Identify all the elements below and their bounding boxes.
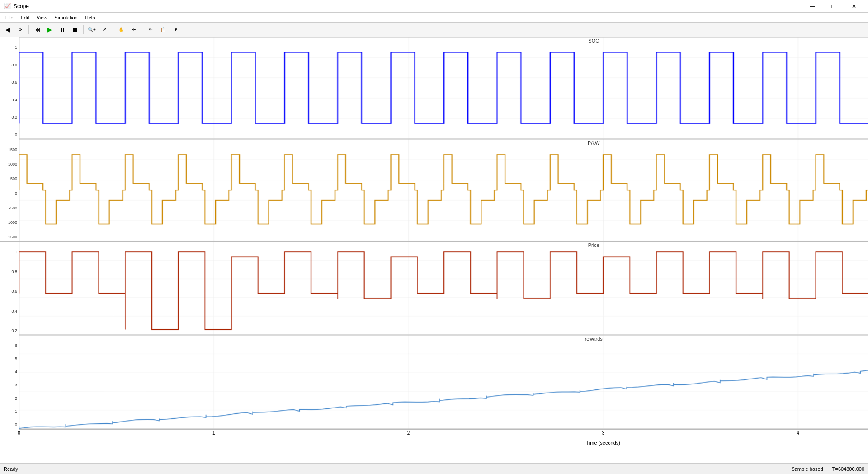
menu-view[interactable]: View [33, 14, 51, 21]
maximize-button[interactable]: □ [823, 0, 844, 13]
tb-cursor-button[interactable]: ✛ [128, 24, 140, 35]
menubar: File Edit View Simulation Help [0, 13, 868, 23]
close-button[interactable]: ✕ [844, 0, 864, 13]
price-canvas[interactable] [19, 242, 868, 335]
menu-file[interactable]: File [2, 14, 17, 21]
x-axis-area: ×10⁵0123456 Time (seconds) [0, 429, 868, 463]
window-controls: — □ ✕ [802, 0, 864, 13]
app-title-area: 📈 Scope [4, 3, 802, 9]
tb-refresh-button[interactable]: ⟳ [14, 24, 26, 35]
tb-rewind-button[interactable]: ⏮ [31, 24, 43, 35]
menu-simulation[interactable]: Simulation [51, 14, 81, 21]
tb-annotate-button[interactable]: ✏ [145, 24, 156, 35]
plot-panel-price: Price 实时电价 10.80.60.40.2 [0, 242, 868, 335]
menu-edit[interactable]: Edit [17, 14, 33, 21]
plot-area: SOC SOC 10.80.60.40.20 P/kW 功率 150010005… [0, 37, 868, 463]
sample-based-label: Sample based [791, 466, 823, 472]
minimize-button[interactable]: — [802, 0, 823, 13]
soc-canvas[interactable] [19, 37, 868, 139]
price-y-axis: 10.80.60.40.2 [0, 242, 18, 335]
main-container: SOC SOC 10.80.60.40.20 P/kW 功率 150010005… [0, 37, 868, 463]
rewards-canvas[interactable] [19, 335, 868, 428]
rewards-y-axis: 6543210 [0, 335, 18, 428]
plot-panel-soc: SOC SOC 10.80.60.40.20 [0, 37, 868, 139]
plot-panel-rewards: rewards 收益 6543210 [0, 335, 868, 429]
tb-play-button[interactable]: ▶ [44, 24, 56, 35]
tb-copy-button[interactable]: 📋 [157, 24, 169, 35]
power-y-axis: 150010005000-500-1000-1500 [0, 139, 18, 241]
tb-dropdown-button[interactable]: ▼ [170, 24, 182, 35]
menu-help[interactable]: Help [81, 14, 99, 21]
toolbar: ◀ ⟳ ⏮ ▶ ⏸ ⏹ 🔍+ ⤢ ✋ ✛ ✏ 📋 ▼ [0, 23, 868, 37]
statusbar: Ready Sample based T=604800.000 [0, 463, 868, 474]
tb-zoom-fit-button[interactable]: ⤢ [99, 24, 110, 35]
tb-stop-button[interactable]: ⏹ [69, 24, 81, 35]
power-canvas[interactable] [19, 139, 868, 241]
plot-panel-power: P/kW 功率 150010005000-500-1000-1500 [0, 139, 868, 242]
soc-y-axis: 10.80.60.40.20 [0, 37, 18, 139]
status-text: Ready [4, 466, 782, 472]
tb-back-button[interactable]: ◀ [2, 24, 14, 35]
x-axis-label: Time (seconds) [586, 440, 620, 446]
tb-zoom-in-button[interactable]: 🔍+ [86, 24, 98, 35]
tb-pan-button[interactable]: ✋ [115, 24, 127, 35]
x-axis-ticks: ×10⁵0123456 [19, 429, 868, 438]
app-title: Scope [14, 3, 29, 9]
time-label: T=604800.000 [832, 466, 864, 472]
tb-pause-button[interactable]: ⏸ [57, 24, 68, 35]
titlebar: 📈 Scope — □ ✕ [0, 0, 868, 13]
app-icon: 📈 [4, 3, 11, 9]
